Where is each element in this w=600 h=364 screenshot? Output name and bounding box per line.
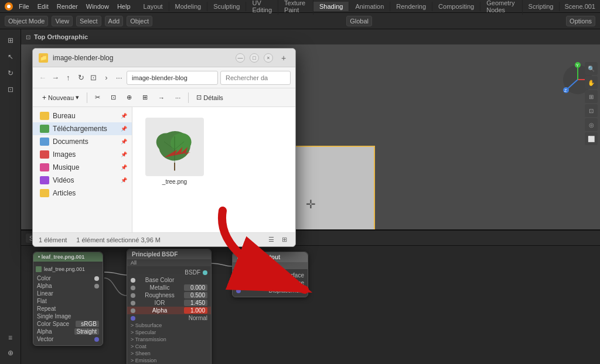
object-btn[interactable]: Object xyxy=(127,16,152,26)
toolbar-icon-2[interactable]: ↖ xyxy=(3,49,18,64)
sidebar-musique[interactable]: Musique 📌 xyxy=(33,161,132,174)
fe-title-text: image-blender-blog xyxy=(53,54,231,62)
viewport-header: ⊡ Top Orthographic xyxy=(21,29,600,44)
tool-rename-btn[interactable]: ⊞ xyxy=(138,92,152,103)
toolbar-separator-2 xyxy=(188,92,189,103)
toolbar-icon-4[interactable]: ⊡ xyxy=(3,82,18,97)
menu-window[interactable]: Window xyxy=(83,2,112,11)
view-grid-btn[interactable]: ⊞ xyxy=(279,235,289,245)
fe-toolbar: + Nouveau ▾ ✂ ⊡ ⊕ ⊞ → ··· ⊡ Détails xyxy=(33,88,295,107)
vp-tool-5[interactable]: ◎ xyxy=(585,118,598,131)
window-minimize-btn[interactable]: — xyxy=(236,53,245,63)
telechargements-icon xyxy=(40,125,49,133)
val-roughness: 0.500 xyxy=(184,292,207,298)
panel-bottom-2[interactable]: ⊕ xyxy=(3,345,18,360)
workspace-tabs: Layout Modeling Sculpting UV Editing Tex… xyxy=(138,0,560,15)
sidebar-telechargements[interactable]: Téléchargements 📌 xyxy=(33,122,132,135)
node-principled-subtitle: All xyxy=(127,259,211,266)
share-icon: → xyxy=(158,94,165,101)
window-close-btn[interactable]: × xyxy=(264,53,273,63)
tool-details-btn[interactable]: ⊡ Détails xyxy=(192,92,228,103)
tool-cut-btn[interactable]: ✂ xyxy=(90,92,105,103)
status-count: 1 élément xyxy=(39,236,67,243)
menu-file[interactable]: File xyxy=(15,2,33,11)
view-btn[interactable]: View xyxy=(52,16,73,26)
toolbar-icon-1[interactable]: ⊞ xyxy=(3,33,18,48)
vp-tool-1[interactable]: 🔍 xyxy=(585,62,598,75)
window-maximize-btn[interactable]: □ xyxy=(250,53,259,63)
vp-tool-3[interactable]: ⊞ xyxy=(585,90,598,103)
nav-up-btn[interactable]: ↑ xyxy=(63,71,73,84)
toolbar-icon-3[interactable]: ↻ xyxy=(3,66,18,81)
crosshair-icon: ✛ xyxy=(306,197,316,211)
transform-btn[interactable]: Global xyxy=(346,16,372,26)
node-row-volume: Volume xyxy=(233,279,308,287)
nav-back-btn[interactable]: ← xyxy=(38,71,48,84)
add-btn[interactable]: Add xyxy=(105,16,124,26)
view-list-btn[interactable]: ☰ xyxy=(266,235,277,245)
tool-new-btn[interactable]: + Nouveau ▾ xyxy=(38,92,84,104)
nav-screen-btn[interactable]: ⊡ xyxy=(88,71,99,84)
nav-forward-btn[interactable]: → xyxy=(50,71,61,84)
copy-icon: ⊡ xyxy=(111,94,116,101)
tab-animation[interactable]: Animation xyxy=(349,2,390,11)
label-sheen: > Sheen xyxy=(131,351,151,356)
sidebar-documents[interactable]: Documents 📌 xyxy=(33,135,132,148)
label-alpha-out: Alpha xyxy=(37,283,52,289)
tab-rendering[interactable]: Rendering xyxy=(390,2,432,11)
tool-share-btn[interactable]: → xyxy=(154,92,169,103)
details-icon: ⊡ xyxy=(196,94,202,101)
tab-compositing[interactable]: Compositing xyxy=(432,2,480,11)
tool-more-btn[interactable]: ··· xyxy=(171,92,185,103)
options-btn[interactable]: Options xyxy=(566,16,595,26)
sidebar-bureau[interactable]: Bureau 📌 xyxy=(33,109,132,122)
label-colorspace: Color Space xyxy=(37,321,69,327)
vp-tool-4[interactable]: ⊡ xyxy=(585,104,598,117)
tab-uv-editing[interactable]: UV Editing xyxy=(246,0,278,15)
vp-tool-6[interactable]: ⬜ xyxy=(585,132,598,145)
left-panel: ⊞ ↖ ↻ ⊡ ≡ ⊕ xyxy=(0,29,21,364)
nav-refresh-btn[interactable]: ↻ xyxy=(76,71,86,84)
menu-edit[interactable]: Edit xyxy=(34,2,52,11)
sidebar-articles[interactable]: Articles xyxy=(33,187,132,200)
vp-tool-2[interactable]: ✋ xyxy=(585,76,598,89)
label-repeat: Repeat xyxy=(37,305,56,312)
sidebar-images[interactable]: Images 📌 xyxy=(33,148,132,161)
panel-bottom-1[interactable]: ≡ xyxy=(3,330,18,345)
tab-modeling[interactable]: Modeling xyxy=(169,2,208,11)
tab-texture-paint[interactable]: Texture Paint xyxy=(278,0,313,15)
menu-help[interactable]: Help xyxy=(114,2,134,11)
tab-layout[interactable]: Layout xyxy=(138,2,169,11)
node-row-coat: > Coat xyxy=(127,343,211,350)
sidebar-videos[interactable]: Vidéos 📌 xyxy=(33,174,132,187)
address-bar-input[interactable] xyxy=(127,71,218,85)
nav-more-btn[interactable]: ··· xyxy=(114,71,124,84)
select-btn[interactable]: Select xyxy=(76,16,101,26)
label-roughness: Roughness xyxy=(145,292,175,298)
tab-sculpting[interactable]: Sculpting xyxy=(207,2,246,11)
tool-paste-btn[interactable]: ⊕ xyxy=(122,92,137,103)
nav-breadcrumb-toggle[interactable]: › xyxy=(101,71,112,84)
fe-folder-title-icon: 📁 xyxy=(39,53,48,63)
dot-color-out xyxy=(94,276,99,281)
search-input[interactable] xyxy=(220,71,291,85)
node-principled-title: Principled BSDF xyxy=(132,251,178,257)
object-mode-btn[interactable]: Object Mode xyxy=(5,16,48,26)
viewport-mode-icon: ⊡ xyxy=(26,34,30,40)
blender-toolbar: Object Mode View Select Add Object Globa… xyxy=(0,13,600,29)
node-material-output-header: Material Output xyxy=(233,252,308,262)
tab-shading[interactable]: Shading xyxy=(313,2,349,11)
tab-geometry-nodes[interactable]: Geometry Nodes xyxy=(480,0,522,15)
tab-scripting[interactable]: Scripting xyxy=(523,2,560,11)
file-thumbnail xyxy=(145,118,204,176)
label-single-image: Single Image xyxy=(37,313,71,320)
node-material-output-body: Surface Volume Displacement xyxy=(233,269,308,297)
articles-label: Articles xyxy=(53,189,76,197)
svg-text:Y: Y xyxy=(576,63,579,67)
file-item-leaf-tree[interactable]: _tree.png xyxy=(139,114,210,188)
menu-render[interactable]: Render xyxy=(53,2,81,11)
tool-copy-btn[interactable]: ⊡ xyxy=(106,92,121,103)
panel-section-top: ⊞ ↖ ↻ ⊡ xyxy=(0,33,21,97)
new-tab-btn[interactable]: + xyxy=(278,52,289,64)
node-file-row: leaf_tree.png.001 xyxy=(33,264,103,274)
